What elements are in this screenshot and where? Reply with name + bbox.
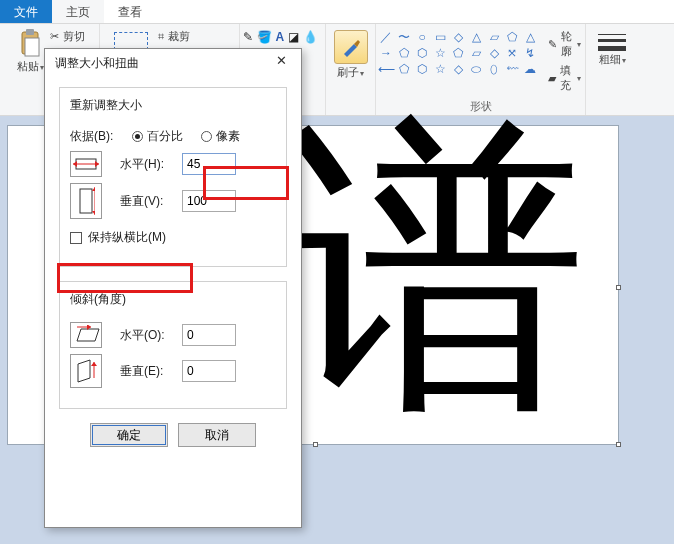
bucket-icon[interactable]: 🪣 <box>257 30 272 44</box>
svg-marker-16 <box>91 362 97 366</box>
skew-v-input[interactable] <box>182 360 236 382</box>
resize-horiz-icon <box>70 151 102 177</box>
resize-vert-icon <box>70 183 102 219</box>
svg-marker-11 <box>77 329 99 341</box>
tab-view[interactable]: 查看 <box>104 0 156 23</box>
paste-button[interactable]: 粘贴▾ <box>13 26 48 76</box>
thickness-icon <box>595 28 629 51</box>
fill-button[interactable]: ▰填充▾ <box>546 62 583 94</box>
picker-icon[interactable]: 💧 <box>303 30 318 44</box>
skew-fieldset: 倾斜(角度) 水平(O): 垂直(E): <box>59 281 287 409</box>
shapes-gallery[interactable]: ／〜○▭◇△▱⬠△ →⬠⬡☆⬠▱◇⤧↯ ⟵⬠⬡☆◇⬭⬯⬳☁ <box>378 26 538 76</box>
crop-button[interactable]: ⌗裁剪 <box>156 28 233 45</box>
skew-vert-icon <box>70 354 102 388</box>
svg-rect-1 <box>26 29 34 35</box>
tab-home[interactable]: 主页 <box>52 0 104 23</box>
svg-rect-2 <box>25 38 39 56</box>
skew-h-label: 水平(O): <box>120 327 182 344</box>
cut-button[interactable]: ✂剪切 <box>48 28 87 45</box>
paste-label: 粘贴 <box>17 60 39 72</box>
text-icon[interactable]: A <box>276 30 285 44</box>
close-icon[interactable]: ✕ <box>267 53 295 73</box>
resize-skew-dialog: 调整大小和扭曲 ✕ 重新调整大小 依据(B): 百分比 像素 水平(H): <box>44 48 302 528</box>
pencil-icon[interactable]: ✎ <box>243 30 253 44</box>
svg-marker-6 <box>95 161 99 167</box>
svg-marker-14 <box>78 360 90 382</box>
tab-strip: 文件 主页 查看 <box>0 0 674 24</box>
by-label: 依据(B): <box>70 128 132 145</box>
ok-button[interactable]: 确定 <box>90 423 168 447</box>
radio-percent[interactable] <box>132 131 143 142</box>
crop-icon: ⌗ <box>158 30 164 43</box>
svg-marker-5 <box>73 161 77 167</box>
tab-file[interactable]: 文件 <box>0 0 52 23</box>
skew-h-input[interactable] <box>182 324 236 346</box>
vert-label: 垂直(V): <box>120 193 182 210</box>
brush-label: 刷子 <box>337 66 359 78</box>
skew-horiz-icon <box>70 322 102 348</box>
scissors-icon: ✂ <box>50 30 59 43</box>
thickness-button[interactable]: 粗细▾ <box>591 26 633 69</box>
outline-button[interactable]: ✎轮廓▾ <box>546 28 583 60</box>
aspect-label: 保持纵横比(M) <box>88 229 166 246</box>
brush-button[interactable]: 刷子▾ <box>330 26 372 82</box>
fill-icon: ▰ <box>548 72 556 85</box>
radio-pixels-label: 像素 <box>216 128 240 145</box>
horiz-input[interactable] <box>182 153 236 175</box>
dialog-title: 调整大小和扭曲 <box>55 55 139 72</box>
horiz-label: 水平(H): <box>120 156 182 173</box>
svg-rect-7 <box>80 189 92 213</box>
resize-fieldset: 重新调整大小 依据(B): 百分比 像素 水平(H): 垂直(V): <box>59 87 287 267</box>
skew-fieldset-title: 倾斜(角度) <box>66 291 130 308</box>
radio-pixels[interactable] <box>201 131 212 142</box>
resize-fieldset-title: 重新调整大小 <box>66 97 146 114</box>
canvas-character: 谱 <box>278 116 588 426</box>
eraser-icon[interactable]: ◪ <box>288 30 299 44</box>
brush-icon <box>334 30 368 64</box>
radio-percent-label: 百分比 <box>147 128 183 145</box>
cancel-button[interactable]: 取消 <box>178 423 256 447</box>
outline-icon: ✎ <box>548 38 557 51</box>
skew-v-label: 垂直(E): <box>120 363 182 380</box>
vert-input[interactable] <box>182 190 236 212</box>
aspect-checkbox[interactable] <box>70 232 82 244</box>
